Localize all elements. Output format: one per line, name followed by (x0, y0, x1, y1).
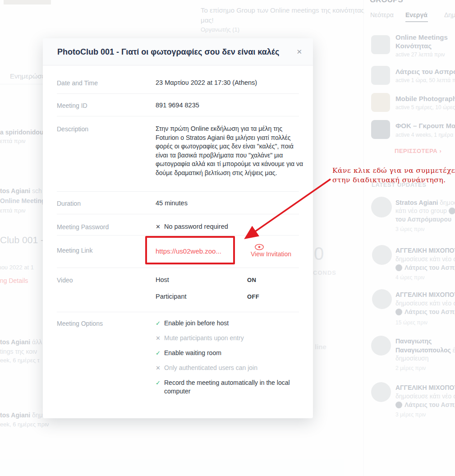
row-divider (57, 191, 299, 192)
option-join-before-host: ✓Enable join before host (156, 319, 300, 328)
participant-label: Participant (156, 293, 187, 300)
close-icon[interactable]: ✕ (296, 48, 302, 56)
meeting-link[interactable]: https://us02web.zoo... (156, 247, 221, 255)
video-label: Video (57, 277, 73, 284)
option-record-local: ✓Record the meeting automatically in the… (156, 379, 300, 396)
option-mute-on-entry: ✕Mute participants upon entry (156, 334, 300, 342)
meeting-link-label: Meeting Link (57, 247, 92, 254)
x-icon: ✕ (156, 334, 164, 342)
participant-value: OFF (247, 293, 259, 300)
date-label: Date and Time (57, 79, 98, 87)
meeting-options-label: Meeting Options (57, 320, 103, 327)
row-divider (57, 235, 299, 236)
date-value: 23 Μαρτίου 2022 at 17:30 (Athens) (156, 79, 257, 86)
check-icon: ✓ (156, 379, 164, 387)
eye-icon (254, 244, 264, 250)
host-value: ON (247, 277, 256, 283)
row-divider (57, 93, 299, 94)
row-divider (57, 312, 299, 312)
meeting-id-label: Meeting ID (57, 102, 87, 109)
x-icon: ✕ (156, 223, 161, 230)
modal-header: PhotoClub 001 - Γιατί οι φωτογραφίες σου… (43, 38, 313, 65)
description-value: Στην πρώτη Online εκδήλωση για τα μέλη τ… (156, 125, 305, 177)
row-divider (57, 268, 299, 268)
view-invitation-label: View Invitation (251, 250, 291, 258)
description-label: Description (57, 125, 88, 133)
check-icon: ✓ (156, 349, 164, 357)
password-value: ✕No password required (156, 223, 228, 230)
modal-title: PhotoClub 001 - Γιατί οι φωτογραφίες σου… (57, 47, 279, 57)
duration-value: 45 minutes (156, 199, 188, 207)
host-label: Host (156, 276, 169, 283)
option-authenticated-only: ✕Only authenticated users can join (156, 364, 300, 372)
row-divider (57, 214, 299, 214)
meeting-details-modal: PhotoClub 001 - Γιατί οι φωτογραφίες σου… (43, 38, 313, 418)
meeting-id-value: 891 9694 8235 (156, 102, 199, 109)
check-icon: ✓ (156, 319, 164, 328)
view-invitation-button[interactable]: View Invitation (251, 244, 291, 258)
duration-label: Duration (57, 200, 81, 207)
x-icon: ✕ (156, 364, 164, 372)
password-label: Meeting Password (57, 223, 109, 231)
option-waiting-room: ✓Enable waiting room (156, 349, 300, 357)
row-divider (57, 116, 299, 116)
